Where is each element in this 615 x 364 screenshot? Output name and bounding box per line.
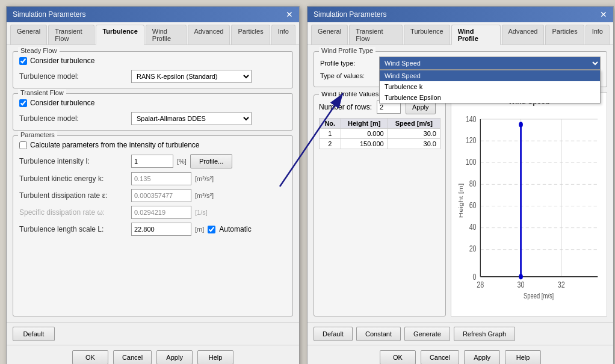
transient-turbulence-model-label: Turbulence model:: [19, 114, 128, 123]
length-scale-input[interactable]: [131, 223, 191, 236]
row2-no: 2: [320, 139, 341, 149]
steady-turbulence-model-select[interactable]: RANS K-epsilon (Standard): [131, 70, 252, 83]
transient-turbulence-model-row: Turbulence model: Spalart-Allmaras DDES: [19, 112, 286, 125]
specific-dissipation-unit: [1/s]: [195, 209, 208, 216]
turbulence-intensity-row: Turbulence intensity I: [%] Profile...: [19, 154, 286, 168]
turbulence-intensity-label: Turbulence intensity I:: [19, 157, 128, 165]
steady-flow-title: Steady Flow: [18, 47, 60, 54]
svg-text:30: 30: [518, 279, 525, 289]
col-speed-header: Speed [m/s]: [388, 119, 440, 129]
calc-intensity-label: Calculate parameters from the intensity …: [30, 141, 199, 149]
transient-consider-turbulence-checkbox[interactable]: [19, 99, 27, 107]
right-tab-wind-profile[interactable]: Wind Profile: [451, 25, 501, 45]
row2-height[interactable]: 150.000: [341, 139, 388, 149]
profile-type-label: Profile type:: [320, 60, 374, 67]
left-default-button[interactable]: Default: [13, 327, 55, 341]
right-dialog-title: Simulation Parameters: [314, 10, 386, 19]
parameters-group: Parameters Calculate parameters from the…: [13, 135, 293, 316]
row1-no: 1: [320, 129, 341, 139]
left-tab-particles[interactable]: Particles: [231, 25, 270, 45]
right-apply-button[interactable]: Apply: [464, 350, 500, 364]
right-tab-transient-flow[interactable]: Transient Flow: [349, 25, 403, 45]
right-close-button[interactable]: ✕: [600, 10, 607, 19]
left-tab-info[interactable]: Info: [271, 25, 295, 45]
svg-point-28: [519, 122, 523, 128]
left-tab-transient-flow[interactable]: Transient Flow: [48, 25, 94, 45]
dissipation-rate-input[interactable]: [131, 189, 191, 202]
left-footer: OK Cancel Apply Help: [7, 345, 299, 364]
row1-speed[interactable]: 30.0: [388, 129, 440, 139]
right-ok-button[interactable]: OK: [380, 350, 416, 364]
wind-values-table: No. Height [m] Speed [m/s] 1 0.000 30.0: [319, 118, 440, 149]
left-content: Steady Flow Consider turbulence Turbulen…: [7, 45, 299, 322]
left-help-button[interactable]: Help: [197, 350, 233, 364]
left-tab-advanced[interactable]: Advanced: [188, 25, 230, 45]
main-content-row: Wind Profile Values Number of rows: Appl…: [314, 92, 607, 316]
transient-flow-title: Transient Flow: [18, 89, 66, 96]
row1-height[interactable]: 0.000: [341, 129, 388, 139]
right-refresh-graph-button[interactable]: Refresh Graph: [454, 327, 515, 341]
left-title-bar: Simulation Parameters ✕: [7, 7, 299, 22]
steady-turbulence-model-row: Turbulence model: RANS K-epsilon (Standa…: [19, 70, 286, 83]
svg-text:32: 32: [558, 279, 565, 289]
dropdown-option-wind-speed[interactable]: Wind Speed: [380, 70, 600, 81]
parameters-title: Parameters: [18, 131, 57, 138]
wind-profile-type-group: Wind Profile Type Profile type: Wind Spe…: [314, 51, 607, 87]
table-row-2: 2 150.000 30.0: [320, 139, 440, 149]
left-dialog-title: Simulation Parameters: [13, 10, 85, 19]
right-cancel-button[interactable]: Cancel: [421, 350, 459, 364]
right-default-button[interactable]: Default: [314, 327, 353, 341]
svg-text:Height [m]: Height [m]: [457, 184, 463, 218]
steady-flow-group: Steady Flow Consider turbulence Turbulen…: [13, 51, 293, 88]
right-tab-advanced[interactable]: Advanced: [502, 25, 545, 45]
table-row-1: 1 0.000 30.0: [320, 129, 440, 139]
right-help-button[interactable]: Help: [505, 350, 541, 364]
wind-profile-values-title: Wind Profile Values: [319, 92, 381, 97]
right-middle-footer: Default Constant Generate Refresh Graph: [308, 322, 613, 345]
steady-consider-turbulence-checkbox[interactable]: [19, 57, 27, 65]
svg-text:100: 100: [466, 156, 477, 167]
dropdown-option-turbulence-epsilon[interactable]: Turbulence Epsilon: [380, 92, 600, 103]
transient-turbulence-model-select[interactable]: Spalart-Allmaras DDES: [131, 112, 252, 125]
left-tab-bar: General Transient Flow Turbulence Wind P…: [7, 22, 299, 45]
length-scale-auto-checkbox[interactable]: [208, 226, 215, 233]
turbulence-intensity-input[interactable]: [131, 155, 173, 168]
right-tab-general[interactable]: General: [311, 25, 348, 45]
right-constant-button[interactable]: Constant: [356, 327, 401, 341]
number-of-rows-label: Number of rows:: [319, 103, 372, 111]
profile-type-select[interactable]: Wind Speed Turbulence k Turbulence Epsil…: [379, 57, 601, 70]
right-tab-particles[interactable]: Particles: [545, 25, 584, 45]
steady-consider-turbulence-label: Consider turbulence: [30, 57, 94, 65]
kinetic-energy-row: Turbulent kinetic energy k: [m²/s²]: [19, 172, 286, 185]
dissipation-rate-unit: [m²/s²]: [195, 192, 214, 199]
kinetic-energy-input[interactable]: [131, 172, 191, 185]
specific-dissipation-label: Specific dissipation rate ω:: [19, 208, 128, 217]
turbulence-intensity-unit: [%]: [177, 158, 187, 165]
right-content: Wind Profile Type Profile type: Wind Spe…: [308, 45, 613, 322]
right-title-bar: Simulation Parameters ✕: [308, 7, 613, 22]
calc-intensity-checkbox[interactable]: [19, 141, 27, 149]
right-footer: OK Cancel Apply Help: [308, 345, 613, 364]
left-close-button[interactable]: ✕: [286, 10, 293, 19]
profile-type-dropdown-open: Wind Speed Turbulence k Turbulence Epsil…: [379, 70, 601, 103]
left-tab-turbulence[interactable]: Turbulence: [96, 25, 144, 45]
svg-text:20: 20: [469, 244, 477, 254]
left-apply-button[interactable]: Apply: [156, 350, 193, 364]
left-tab-wind-profile[interactable]: Wind Profile: [146, 25, 187, 45]
dropdown-option-turbulence-k[interactable]: Turbulence k: [380, 81, 600, 92]
dissipation-rate-label: Turbulent dissipation rate ε:: [19, 191, 128, 200]
transient-consider-turbulence-row: Consider turbulence: [19, 99, 286, 107]
right-tab-info[interactable]: Info: [586, 25, 610, 45]
wind-profile-values-group: Wind Profile Values Number of rows: Appl…: [314, 94, 446, 316]
profile-button[interactable]: Profile...: [190, 154, 232, 168]
left-tab-general[interactable]: General: [10, 25, 47, 45]
type-of-values-label: Type of values:: [320, 72, 374, 79]
right-generate-button[interactable]: Generate: [404, 327, 450, 341]
row2-speed[interactable]: 30.0: [388, 139, 440, 149]
left-ok-button[interactable]: OK: [72, 350, 108, 364]
kinetic-energy-label: Turbulent kinetic energy k:: [19, 174, 128, 183]
col-height-header: Height [m]: [341, 119, 388, 129]
left-cancel-button[interactable]: Cancel: [113, 350, 152, 364]
right-tab-turbulence[interactable]: Turbulence: [404, 25, 450, 45]
chart-container: Wind Speed: [451, 92, 607, 316]
